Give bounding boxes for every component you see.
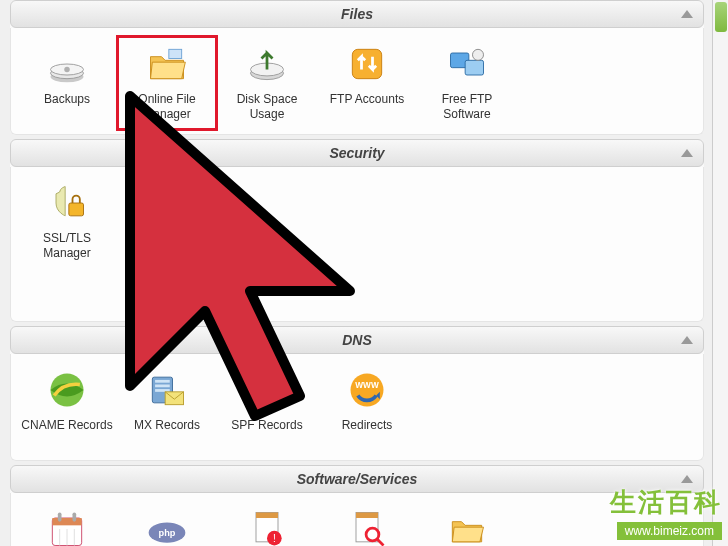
- folder-icon: [443, 505, 491, 546]
- item-label: MX Records: [119, 418, 215, 448]
- panel-title: Security: [329, 145, 384, 161]
- item-disk-space-usage[interactable]: Disk Space Usage: [217, 36, 317, 130]
- cpanel-content: Files Backups Online File Manager: [0, 0, 710, 546]
- collapse-icon[interactable]: [681, 10, 693, 18]
- panel-body-security: SSL/TLS Manager: [10, 167, 704, 322]
- document-warning-icon: !: [243, 505, 291, 546]
- item-cname-records[interactable]: CNAME Records: [17, 362, 117, 456]
- watermark-url: www.bimeiz.com: [617, 522, 722, 540]
- item-software-5[interactable]: [417, 501, 517, 546]
- panel-header-dns[interactable]: DNS: [10, 326, 704, 354]
- panel-header-security[interactable]: Security: [10, 139, 704, 167]
- panel-title: DNS: [342, 332, 372, 348]
- item-label: Online File Manager: [119, 92, 215, 122]
- panel-title: Files: [341, 6, 373, 22]
- svg-rect-15: [155, 385, 170, 388]
- svg-rect-22: [258, 399, 271, 401]
- ftp-accounts-icon: [343, 40, 391, 88]
- svg-rect-30: [58, 513, 62, 522]
- svg-rect-9: [465, 60, 483, 75]
- panel-security: Security SSL/TLS Manager: [10, 139, 704, 322]
- item-label: Disk Space Usage: [219, 92, 315, 122]
- item-online-file-manager[interactable]: Online File Manager: [117, 36, 217, 130]
- item-label: FTP Accounts: [319, 92, 415, 122]
- item-software-2[interactable]: php: [117, 501, 217, 546]
- svg-rect-7: [352, 49, 381, 78]
- panel-title: Software/Services: [297, 471, 418, 487]
- calendar-icon: [43, 505, 91, 546]
- item-software-1[interactable]: [17, 501, 117, 546]
- svg-text:!: !: [273, 533, 276, 544]
- svg-rect-20: [258, 392, 276, 394]
- panel-software-services: Software/Services php: [10, 465, 704, 546]
- item-software-3[interactable]: !: [217, 501, 317, 546]
- ftp-software-icon: [443, 40, 491, 88]
- cname-icon: [43, 366, 91, 414]
- svg-rect-11: [69, 203, 84, 216]
- collapse-icon[interactable]: [681, 475, 693, 483]
- svg-rect-39: [356, 513, 378, 519]
- item-label: SSL/TLS Manager: [19, 231, 115, 261]
- panel-dns: DNS CNAME Records MX Records: [10, 326, 704, 461]
- document-search-icon: [343, 505, 391, 546]
- panel-body-files: Backups Online File Manager Disk Space U…: [10, 28, 704, 135]
- redirects-icon: WWW: [343, 366, 391, 414]
- file-manager-icon: [143, 40, 191, 88]
- item-label: Free FTP Software: [419, 92, 515, 122]
- svg-rect-31: [73, 513, 77, 522]
- svg-rect-35: [256, 513, 278, 519]
- panel-body-dns: CNAME Records MX Records SPF SPF Records: [10, 354, 704, 461]
- scrollbar-thumb[interactable]: [715, 2, 727, 32]
- svg-text:php: php: [159, 528, 176, 538]
- svg-rect-26: [52, 518, 81, 525]
- item-ftp-accounts[interactable]: FTP Accounts: [317, 36, 417, 130]
- php-icon: php: [143, 505, 191, 546]
- item-software-4[interactable]: [317, 501, 417, 546]
- vertical-scrollbar[interactable]: [712, 0, 728, 546]
- collapse-icon[interactable]: [681, 149, 693, 157]
- ssl-tls-icon: [43, 179, 91, 227]
- backups-icon: [43, 40, 91, 88]
- item-spf-records[interactable]: SPF SPF Records: [217, 362, 317, 456]
- watermark: 生活百科 www.bimeiz.com: [610, 485, 722, 540]
- item-redirects[interactable]: WWW Redirects: [317, 362, 417, 456]
- svg-rect-4: [169, 49, 182, 58]
- item-backups[interactable]: Backups: [17, 36, 117, 130]
- svg-rect-14: [155, 380, 170, 383]
- svg-text:SPF: SPF: [256, 378, 278, 390]
- panel-header-files[interactable]: Files: [10, 0, 704, 28]
- disk-usage-icon: [243, 40, 291, 88]
- item-ssl-tls-manager[interactable]: SSL/TLS Manager: [17, 175, 117, 269]
- item-free-ftp-software[interactable]: Free FTP Software: [417, 36, 517, 130]
- item-mx-records[interactable]: MX Records: [117, 362, 217, 456]
- collapse-icon[interactable]: [681, 336, 693, 344]
- watermark-title: 生活百科: [610, 485, 722, 520]
- panel-header-software[interactable]: Software/Services: [10, 465, 704, 493]
- spf-icon: SPF: [243, 366, 291, 414]
- item-label: CNAME Records: [19, 418, 115, 448]
- item-label: SPF Records: [219, 418, 315, 448]
- item-label: Redirects: [319, 418, 415, 448]
- svg-rect-21: [258, 396, 276, 398]
- item-label: Backups: [19, 92, 115, 122]
- panel-files: Files Backups Online File Manager: [10, 0, 704, 135]
- mx-icon: [143, 366, 191, 414]
- svg-text:WWW: WWW: [355, 381, 379, 390]
- panel-body-software: php !: [10, 493, 704, 546]
- scrollbar-track[interactable]: [713, 0, 728, 546]
- svg-point-10: [473, 49, 484, 60]
- svg-point-3: [64, 67, 70, 73]
